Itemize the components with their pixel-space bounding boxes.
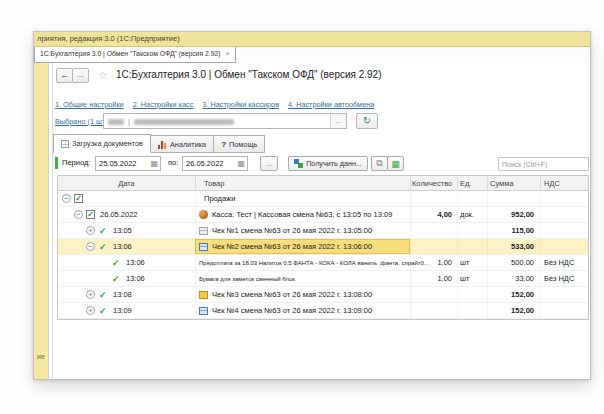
col-unit[interactable]: Ед. [460,176,471,191]
cash-register-combo[interactable]: | ... [103,113,347,129]
kassa-doc-icon [199,210,208,219]
favorite-star-icon[interactable]: ☆ [98,69,108,81]
table-row[interactable]: +✓13:08Чек №3 смена №63 от 26 мая 2022 г… [58,287,588,303]
sum-value: 533,00 [511,239,534,255]
period-more-button[interactable]: ... [260,156,278,171]
document-tab-bar: 1С:Бухгалтерия 3.0 | Обмен "Такском ОФД"… [34,47,590,63]
check-mark-icon: ✓ [99,303,107,319]
expand-toggle-icon[interactable]: − [74,210,83,219]
to-label: по: [168,158,178,167]
col-product[interactable]: Товар [204,176,224,191]
selected-count-link[interactable]: Выбрано (1 шт.) [55,117,109,126]
date-to-value: 26.05.2022 [186,159,224,168]
unit-value: док. [460,207,474,223]
tab-label: Помощь [229,140,257,149]
sum-value: 33,00 [515,271,534,287]
spreadsheet-icon: ▦ [391,159,400,169]
bar-chart-icon [158,140,167,149]
sum-value: 152,00 [511,303,534,319]
table-row[interactable]: −✓26.05.2022Касса: Тест | Кассовая смена… [58,207,588,223]
check-mark-icon: ✓ [99,223,107,239]
combo-separator: | [128,117,130,126]
link-cashier-settings[interactable]: 3. Настройки кассиров [202,100,279,109]
export-button[interactable]: ▦ [387,156,404,171]
row-date: 13:06 [126,255,145,271]
sum-value: 152,00 [511,287,534,303]
product-label: Чек №2 смена №63 от 26 мая 2022 г. 13:06… [212,239,372,255]
table-row[interactable]: −✓13:06Чек №2 смена №63 от 26 мая 2022 г… [58,239,588,255]
tab-analytics[interactable]: Аналитика [150,135,214,153]
tab-close-icon[interactable]: × [225,50,229,57]
documents-grid-icon [61,140,69,148]
forward-button[interactable]: → [72,68,89,83]
table-row[interactable]: ✓13:06Предоплата за 18.03 Напиток 0.5 ФА… [58,255,588,271]
table-row[interactable]: −✓Продажи [58,191,588,207]
expand-toggle-icon[interactable]: − [86,242,95,251]
combo-redacted-value [108,119,124,125]
tab-help[interactable]: ? Помощь [213,135,265,153]
combo-more-button[interactable]: ... [330,114,346,128]
sync-icon [294,159,303,168]
check-mark-icon: ✓ [112,271,120,287]
date-from-field[interactable]: 25.05.2022 ▦ [95,156,161,171]
table-row[interactable]: +✓13:05Чек №1 смена №63 от 26 мая 2022 г… [58,223,588,239]
toolbar: Период: 25.05.2022 ▦ по: 26.05.2022 ▦ ..… [49,154,590,174]
col-date[interactable]: Дата [58,176,195,191]
row-checkbox[interactable]: ✓ [86,210,95,219]
date-from-value: 25.05.2022 [99,159,137,168]
check-mark-icon: ✓ [99,239,107,255]
link-general-settings[interactable]: 1. Общие настройки [55,100,124,109]
product-label: Продажи [204,191,235,207]
sum-value: 500,00 [511,255,534,271]
col-vat[interactable]: НДС [544,176,560,191]
vat-value: Без НДС [544,271,574,287]
period-label: Период: [62,158,90,167]
calendar-icon[interactable]: ▦ [237,159,245,169]
unit-value: шт [460,255,469,271]
quantity-value: 1,00 [437,255,452,271]
table-row[interactable]: +✓13:09Чек №4 смена №63 от 26 мая 2022 г… [58,303,588,319]
window-body: ие ← → ☆ 1С:Бухгалтерия 3.0 | Обмен "Так… [34,63,590,379]
link-autoexchange-settings[interactable]: 4. Настройки автообмена [288,100,374,109]
app-window: лриятия, редакция 3.0 (1С:Предприятие) 1… [33,31,591,380]
expand-toggle-icon[interactable]: + [86,226,95,235]
row-date: 13:06 [126,271,145,287]
product-label: Касса: Тест | Кассовая смена №63, с 13:0… [212,207,392,223]
date-to-field[interactable]: 26.05.2022 ▦ [182,156,248,171]
expand-toggle-icon[interactable]: + [86,290,95,299]
expand-toggle-icon[interactable]: + [86,306,95,315]
col-sum[interactable]: Сумма [490,176,514,191]
table-body: −✓Продажи−✓26.05.2022Касса: Тест | Кассо… [58,191,588,319]
col-quantity[interactable]: Количество [412,176,452,191]
settings-links: 1. Общие настройки 2. Настройки касс 3. … [55,100,374,109]
tab-load-documents[interactable]: Загрузка документов [53,134,151,153]
calendar-icon[interactable]: ▦ [150,159,158,169]
search-input[interactable] [498,157,589,171]
tab-label: Аналитика [170,140,206,149]
get-data-button[interactable]: Получить данн... [288,156,368,171]
side-strip: ие [34,63,49,379]
check-mark-icon: ✓ [99,287,107,303]
document-tab[interactable]: 1С:Бухгалтерия 3.0 | Обмен "Такском ОФД"… [34,47,236,63]
document-tab-label: 1С:Бухгалтерия 3.0 | Обмен "Такском ОФД"… [40,50,220,57]
expand-toggle-icon[interactable]: − [62,194,71,203]
row-date: 13:09 [113,303,132,319]
unit-value: шт [460,271,469,287]
blue-doc-icon [199,243,208,251]
copy-icon: ⧉ [376,158,382,169]
blue-doc-icon [199,307,208,315]
back-button[interactable]: ← [56,68,73,83]
link-cash-settings[interactable]: 2. Настройки касс [133,100,194,109]
title-bar: лриятия, редакция 3.0 (1С:Предприятие) [34,32,590,47]
quantity-value: 4,00 [437,207,452,223]
combo-redacted-value [134,119,234,125]
window-title: лриятия, редакция 3.0 (1С:Предприятие) [37,34,180,43]
question-mark-icon: ? [221,140,226,149]
copy-button[interactable]: ⧉ [371,156,388,171]
vat-value: Без НДС [544,255,574,271]
form-panel: ← → ☆ 1С:Бухгалтерия 3.0 | Обмен "Такско… [49,63,590,379]
refresh-button[interactable]: ↻ [356,113,378,129]
form-tabs: Загрузка документов Аналитика ? Помощь [53,134,264,153]
row-checkbox[interactable]: ✓ [74,194,83,203]
table-row[interactable]: ✓13:06Бумага для заметок сменный блок1,0… [58,271,588,287]
